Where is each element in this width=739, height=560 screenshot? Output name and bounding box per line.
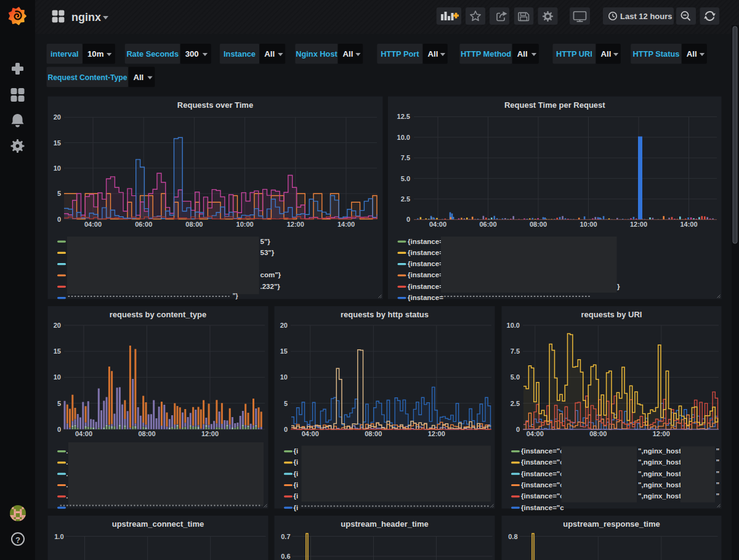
svg-text:10.0: 10.0 — [507, 322, 520, 329]
svg-text:interval: interval — [50, 49, 79, 59]
svg-text:}: } — [617, 283, 620, 290]
svg-text:requests by URI: requests by URI — [581, 310, 642, 319]
svg-text:53"}: 53"} — [260, 249, 275, 256]
svg-text:{i: {i — [294, 458, 299, 466]
svg-text:”: ” — [716, 481, 720, 489]
svg-text:5: 5 — [57, 400, 61, 407]
svg-text:”}: ”} — [233, 293, 238, 299]
svg-text:7.5: 7.5 — [511, 347, 520, 355]
svg-text:10.0: 10.0 — [397, 134, 410, 141]
svg-text:04:00: 04:00 — [429, 221, 446, 228]
svg-text:20: 20 — [280, 322, 288, 329]
svg-text:Rate Seconds: Rate Seconds — [126, 49, 179, 59]
svg-text:0: 0 — [516, 426, 520, 433]
svg-text:08:00: 08:00 — [138, 430, 155, 437]
svg-text:upstream_connect_time: upstream_connect_time — [112, 519, 204, 529]
svg-text:.: . — [67, 493, 68, 500]
svg-text:{instance=: {instance= — [408, 283, 443, 290]
svg-text:All: All — [517, 49, 528, 59]
svg-text:Last 12 hours: Last 12 hours — [620, 12, 672, 21]
svg-text:upstream_response_time: upstream_response_time — [563, 519, 660, 529]
svg-text:.: . — [67, 471, 68, 477]
svg-text:com"}: com"} — [260, 271, 281, 278]
svg-text:08:00: 08:00 — [589, 430, 607, 437]
svg-text:All: All — [601, 49, 612, 59]
svg-text:{instance="с: {instance="с — [521, 492, 564, 500]
svg-text:12:00: 12:00 — [287, 221, 304, 228]
svg-text:08:00: 08:00 — [365, 430, 382, 437]
svg-text:5.0: 5.0 — [511, 373, 520, 381]
svg-text:.: . — [67, 482, 68, 489]
svg-text:{instance="с: {instance="с — [521, 447, 564, 455]
svg-text:5: 5 — [284, 400, 288, 407]
svg-text:10: 10 — [54, 164, 61, 172]
svg-text:04:00: 04:00 — [527, 430, 544, 437]
svg-text:12:00: 12:00 — [630, 221, 647, 228]
svg-text:0.6: 0.6 — [281, 553, 290, 560]
svg-text:HTTP Status: HTTP Status — [633, 49, 680, 59]
svg-text:{i: {i — [294, 470, 299, 477]
svg-text:2.5: 2.5 — [511, 400, 520, 407]
svg-text:0: 0 — [57, 216, 61, 223]
svg-text:”: ” — [716, 458, 720, 466]
svg-text:requests by content_type: requests by content_type — [110, 310, 207, 319]
svg-text:?: ? — [15, 535, 20, 545]
svg-text:”: ” — [716, 492, 720, 500]
svg-text:0: 0 — [57, 426, 61, 433]
svg-text:{i: {i — [294, 504, 299, 511]
svg-text:0: 0 — [284, 426, 288, 433]
svg-text:Requests over Time: Requests over Time — [177, 100, 253, 110]
svg-text:15: 15 — [54, 347, 61, 355]
svg-text:{instance=: {instance= — [408, 249, 443, 256]
svg-text:10: 10 — [280, 373, 288, 381]
svg-text:”: ” — [716, 470, 720, 477]
svg-text:5: 5 — [57, 190, 61, 197]
svg-text:{instance="с: {instance="с — [521, 458, 564, 466]
svg-text:”: ” — [716, 447, 720, 455]
svg-text:15: 15 — [280, 347, 288, 355]
svg-text:{i: {i — [294, 447, 299, 455]
svg-text:All: All — [264, 49, 275, 59]
svg-text:10:00: 10:00 — [236, 221, 254, 228]
svg-text:15: 15 — [54, 139, 61, 147]
svg-text:14:00: 14:00 — [680, 221, 697, 228]
svg-text:2.5: 2.5 — [401, 195, 410, 203]
svg-text:{instance=: {instance= — [408, 271, 443, 278]
svg-text:5.0: 5.0 — [401, 175, 410, 182]
svg-text:All: All — [428, 49, 438, 59]
svg-text:0.8: 0.8 — [508, 533, 517, 540]
svg-text:300: 300 — [185, 49, 199, 59]
svg-text:{instance="с: {instance="с — [521, 481, 564, 489]
svg-text:20: 20 — [54, 322, 61, 329]
svg-text:All: All — [687, 49, 697, 59]
svg-text:nginx: nginx — [71, 11, 101, 23]
svg-text:06:00: 06:00 — [479, 221, 496, 228]
svg-text:{i: {i — [294, 492, 299, 500]
svg-text:All: All — [133, 73, 143, 82]
svg-text:HTTP URI: HTTP URI — [556, 49, 592, 59]
svg-text:{instance="с: {instance="с — [521, 470, 564, 477]
svg-text:HTTP Port: HTTP Port — [381, 49, 419, 59]
svg-text:.: . — [67, 459, 68, 466]
svg-text:{instance=: {instance= — [408, 294, 443, 301]
svg-text:10m: 10m — [87, 49, 103, 59]
svg-text:{instance=: {instance= — [408, 238, 443, 245]
svg-text:{instance=: {instance= — [408, 260, 443, 267]
svg-text:12:00: 12:00 — [653, 430, 670, 437]
svg-text:14:00: 14:00 — [337, 221, 355, 228]
svg-text:0: 0 — [406, 216, 410, 223]
svg-text:requests by http status: requests by http status — [341, 310, 429, 319]
svg-text:.232"}: .232"} — [260, 283, 281, 290]
svg-text:{instance="с: {instance="с — [521, 504, 564, 511]
svg-text:Nginx Host: Nginx Host — [296, 49, 337, 59]
svg-text:1.0: 1.0 — [54, 533, 63, 540]
svg-text:HTTP Method: HTTP Method — [461, 49, 511, 59]
svg-text:04:00: 04:00 — [302, 430, 319, 437]
svg-text:12:00: 12:00 — [428, 430, 445, 437]
svg-text:5"}: 5"} — [260, 238, 271, 245]
svg-text:7.5: 7.5 — [401, 154, 410, 161]
svg-text:04:00: 04:00 — [84, 221, 102, 228]
svg-text:12.5: 12.5 — [397, 113, 410, 120]
svg-text:Request Time per Request: Request Time per Request — [504, 100, 605, 110]
svg-text:upstream_header_time: upstream_header_time — [341, 519, 428, 529]
